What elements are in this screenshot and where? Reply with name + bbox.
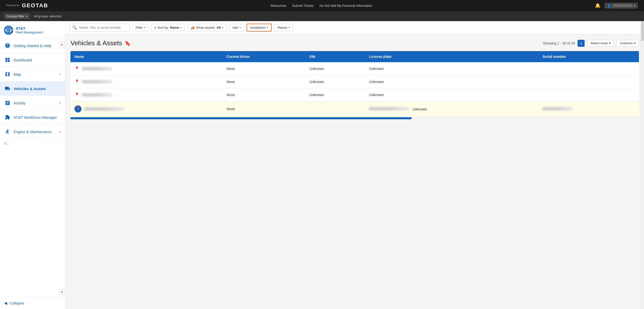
sort-label: Sort by: — [157, 26, 169, 29]
filter-button[interactable]: Filter ▾ — [132, 24, 149, 31]
map-icon — [4, 71, 11, 78]
sidebar-chevron-engine-icon: ▾ — [60, 130, 61, 133]
all-groups-selected-text: All groups selected — [34, 14, 61, 18]
user-chevron-icon: ▾ — [634, 4, 635, 7]
sidebar-item-att-workforce[interactable]: AT&T Workforce Manager — [0, 110, 65, 125]
col-name: Name — [70, 51, 222, 62]
groups-filter-chevron-icon: ▾ — [26, 15, 27, 18]
sidebar-brand-line2: Fleet Management — [16, 30, 43, 34]
sidebar-item-activity[interactable]: Activity ▾ — [0, 96, 65, 110]
top-navigation: Powered by GEOTAB Resources Submit Ticke… — [0, 0, 644, 11]
cell-serial-2 — [539, 75, 639, 88]
select-none-label: Select none — [590, 41, 608, 45]
vehicle-name-3 — [82, 93, 112, 97]
show-assets-button[interactable]: 🚚 Show assets: All ▾ — [187, 24, 227, 31]
user-menu[interactable]: 👤 ▾ — [605, 3, 638, 9]
truck-icon: 🚚 — [191, 26, 195, 29]
table-row[interactable]: 📍 None Unknown Unknown — [70, 88, 639, 101]
cell-driver-3: None — [222, 88, 305, 101]
scrollbar-thumb[interactable] — [641, 21, 644, 41]
showing-count-text: Showing 1 - 35 of 35 — [543, 41, 575, 45]
columns-button[interactable]: Columns ▾ — [617, 40, 639, 47]
scrollbar-track[interactable] — [640, 21, 644, 309]
sort-button[interactable]: ≡ Sort by: Name ▾ — [151, 24, 185, 31]
page-header-right: Showing 1 - 35 of 35 1 Select none ▾ Col… — [543, 40, 639, 47]
vehicle-name-4 — [84, 107, 124, 111]
do-not-sell-link[interactable]: Do Not Sell My Personal Information — [319, 4, 372, 8]
page-content: Vehicles & Assets 🔖 Showing 1 - 35 of 35… — [65, 34, 644, 309]
add-button[interactable]: Add ▾ — [229, 24, 244, 31]
sidebar-item-vehicles-assets[interactable]: Vehicles & Assets — [0, 82, 65, 96]
main-layout: AT&T Fleet Management ▲ Getting Started … — [0, 21, 644, 309]
vehicles-table: Name Current driver VIN License plate Se… — [70, 51, 639, 117]
sidebar-scroll-down-button[interactable]: ▼ — [59, 289, 65, 295]
cell-name-2: 📍 — [70, 75, 222, 88]
sidebar-item-map[interactable]: Map ▾ — [0, 67, 65, 82]
sidebar-item-map-label: Map — [14, 72, 57, 76]
resources-link[interactable]: Resources — [271, 4, 286, 8]
toolbar: 🔍 Filter ▾ ≡ Sort by: Name ▾ 🚚 Show asse… — [65, 21, 644, 34]
sidebar-item-att-workforce-label: AT&T Workforce Manager — [14, 115, 61, 120]
sidebar-item-getting-started[interactable]: Getting Started & Help ▾ — [0, 38, 65, 53]
installation-label: Installation — [250, 26, 266, 29]
sidebar-brand-text: AT&T Fleet Management — [16, 26, 43, 34]
col-serial-number: Serial number — [539, 51, 639, 62]
sidebar-brand-line1: AT&T — [16, 26, 43, 30]
table-body: 📍 None Unknown Unknown 📍 — [70, 62, 639, 117]
cell-vin-4 — [305, 101, 365, 117]
question-circle-icon — [4, 42, 11, 49]
installation-button[interactable]: Installation ▾ — [247, 24, 272, 31]
search-input[interactable] — [79, 26, 127, 29]
sidebar-item-dashboard-label: Dashboard — [14, 58, 61, 62]
groups-filter-label: Groups filter — [7, 14, 24, 18]
cell-vin-1: Unknown — [305, 62, 365, 75]
sidebar-item-engine-maintenance[interactable]: Engine & Maintenance ▾ — [0, 125, 65, 139]
bookmark-icon: 🔖 — [125, 40, 131, 46]
sidebar-item-activity-label: Activity — [14, 101, 57, 105]
table-scroll-indicator — [70, 117, 412, 119]
page-title-text: Vehicles & Assets — [70, 39, 122, 47]
table-row[interactable]: 📍 None Unknown Unknown — [70, 62, 639, 75]
top-nav-right: 🔔 👤 ▾ — [595, 3, 638, 9]
location-pin-blue-icon: 📍 — [74, 105, 82, 112]
cell-serial-3 — [539, 88, 639, 101]
activity-icon — [4, 99, 11, 106]
search-icon: 🔍 — [72, 25, 77, 30]
user-avatar-icon: 👤 — [607, 4, 611, 8]
sidebar-collapse-button[interactable]: ◀ Collapse — [0, 297, 65, 309]
col-current-driver: Current driver — [222, 51, 305, 62]
page-header: Vehicles & Assets 🔖 Showing 1 - 35 of 35… — [70, 39, 639, 47]
serial-blurred-4 — [543, 107, 573, 110]
cell-vin-2: Unknown — [305, 75, 365, 88]
cell-license-4: Unknown — [365, 101, 538, 117]
vehicles-icon — [4, 85, 11, 92]
show-assets-label: Show assets: — [196, 26, 215, 29]
submit-tickets-link[interactable]: Submit Tickets — [292, 4, 314, 8]
groups-filter-button[interactable]: Groups filter ▾ — [4, 13, 30, 19]
installation-chevron-icon: ▾ — [267, 26, 268, 29]
top-nav-links: Resources Submit Tickets Do Not Sell My … — [271, 4, 373, 8]
sidebar: AT&T Fleet Management ▲ Getting Started … — [0, 21, 65, 309]
att-logo-svg — [4, 26, 13, 35]
location-pin-icon: 📍 — [74, 79, 79, 84]
cell-driver-2: None — [222, 75, 305, 88]
select-none-button[interactable]: Select none ▾ — [587, 40, 614, 47]
table-row[interactable]: 📍 None Unknown Unknown — [70, 75, 639, 88]
att-logo — [4, 26, 13, 35]
cell-vin-3: Unknown — [305, 88, 365, 101]
notification-bell-icon[interactable]: 🔔 — [595, 3, 600, 8]
show-assets-chevron-icon: ▾ — [222, 26, 223, 29]
add-chevron-icon: ▾ — [239, 26, 241, 29]
sidebar-brand: AT&T Fleet Management — [0, 21, 65, 38]
sidebar-item-dashboard[interactable]: Dashboard — [0, 53, 65, 67]
show-assets-value: All — [217, 26, 221, 29]
report-label: Report — [277, 26, 287, 29]
sidebar-scroll-up-button[interactable]: ▲ — [59, 41, 65, 47]
sidebar-chevron-map-icon: ▾ — [60, 73, 61, 76]
search-box[interactable]: 🔍 — [69, 24, 130, 31]
table-row[interactable]: 📍 None Unknown — [70, 101, 639, 117]
report-chevron-icon: ▾ — [289, 26, 290, 29]
cell-driver-1: None — [222, 62, 305, 75]
page-number-button[interactable]: 1 — [578, 40, 585, 47]
report-button[interactable]: Report ▾ — [274, 24, 293, 31]
